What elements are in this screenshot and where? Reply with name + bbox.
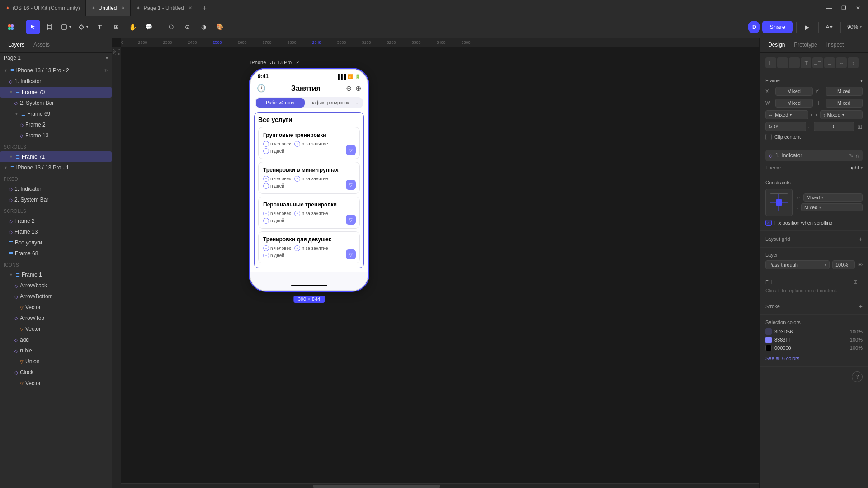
move-tool[interactable] (26, 20, 40, 34)
comment-tool[interactable]: 💬 (142, 20, 156, 34)
new-tab-button[interactable]: + (198, 4, 211, 12)
service-card-3[interactable]: Тренировки для девушек + n человек + n з… (258, 231, 360, 263)
tab-schedule[interactable]: График тренировок (305, 98, 354, 108)
layers-tab[interactable]: Layers (4, 38, 29, 52)
h-value2[interactable]: ↕ Mixed ▾ (820, 110, 863, 119)
h-value[interactable]: Mixed (826, 99, 863, 108)
layer-indicator1[interactable]: ◇ 1. Indicator (0, 76, 112, 87)
layer-frame70[interactable]: ▼ ☰ Frame 70 (0, 87, 112, 98)
align-center-v[interactable]: ⊥⊤ (812, 57, 823, 68)
layer-vector3[interactable]: ▽ Vector (0, 378, 112, 389)
zoom-button[interactable]: 90% ▾ (844, 20, 864, 34)
component-tool[interactable]: ⊞ (109, 20, 123, 34)
layer-indicator2[interactable]: ◇ 1. Indicator (0, 183, 112, 194)
h-constraint-value[interactable]: Mixed ▾ (803, 193, 863, 202)
shape-tool[interactable]: ▾ (58, 20, 74, 34)
distribute-v[interactable]: ↕ (848, 57, 859, 68)
fill-tool[interactable]: 🎨 (212, 20, 227, 34)
fix-scroll-checkbox[interactable]: ✓ (765, 220, 772, 226)
align-left[interactable]: ⊢ (765, 57, 776, 68)
layer-arrowbottom[interactable]: ◇ Arrow/Bottom (0, 291, 112, 302)
service-card-2[interactable]: Персональные тренировки + n человек + n … (258, 197, 360, 229)
layer-vseuslug[interactable]: ☰ Все услуги (0, 237, 112, 248)
service-card-0[interactable]: Групповые тренировки + n человек + n за … (258, 127, 360, 159)
mask-tool[interactable]: ⬡ (164, 20, 178, 34)
layer-systembar1[interactable]: ◇ 2. System Bar (0, 194, 112, 205)
color-swatch-0[interactable] (765, 328, 772, 335)
service-card-1[interactable]: Тренировки в мини-группах + n человек + … (258, 162, 360, 194)
distribute-h[interactable]: ↔ (836, 57, 847, 68)
fill-grid-icon[interactable]: ⊞ (853, 279, 858, 285)
corner-radius-value[interactable]: 0 (814, 122, 854, 131)
align-bottom[interactable]: ⊥ (824, 57, 835, 68)
visibility-icon[interactable]: 👁 (104, 68, 108, 73)
layer-arrowtop[interactable]: ◇ Arrow/Top (0, 313, 112, 324)
card-arrow-0[interactable]: ▽ (346, 145, 356, 155)
detach-icon[interactable]: ⎌ (856, 153, 859, 158)
tab-0[interactable]: ✦ iOS 16 - UI Kit (Community) (0, 0, 86, 16)
layer-union[interactable]: ▽ Union (0, 356, 112, 367)
window-restore[interactable]: ❐ (837, 2, 850, 14)
tab-design[interactable]: Design (764, 38, 789, 52)
hand-tool[interactable]: ✋ (125, 20, 140, 34)
assets-tab[interactable]: Assets (29, 38, 54, 52)
y-value[interactable]: Mixed (826, 87, 863, 96)
card-arrow-3[interactable]: ▽ (346, 249, 356, 259)
layer-add[interactable]: ◇ add (0, 334, 112, 345)
edit-icon[interactable]: ✎ (849, 153, 853, 159)
dark-mode-tool[interactable]: ◑ (196, 20, 211, 34)
blend-mode-dropdown[interactable]: Pass through ▾ (765, 260, 830, 269)
opacity-value[interactable]: 100% (832, 260, 855, 269)
layer-frame71[interactable]: ▼ ☰ Frame 71 (0, 151, 112, 162)
v-constraint-value[interactable]: Mixed ▾ (801, 203, 863, 211)
align-top[interactable]: ⊤ (801, 57, 811, 68)
layer-frame68[interactable]: ☰ Frame 68 (0, 248, 112, 259)
theme-dropdown[interactable]: Light ▾ (848, 165, 863, 170)
card-arrow-1[interactable]: ▽ (346, 180, 356, 190)
fill-add-icon[interactable]: + (859, 279, 863, 285)
h-scrollbar[interactable] (121, 483, 760, 488)
play-button[interactable]: ▶ (800, 20, 815, 34)
tab-prototype[interactable]: Prototype (789, 38, 821, 52)
share-button[interactable]: Share (762, 21, 793, 33)
layer-iphone2[interactable]: ▼ ☰ iPhone 13 / 13 Pro - 2 👁 (0, 65, 112, 76)
w-value[interactable]: Mixed (775, 99, 813, 108)
tab-selector[interactable]: Рабочий стол График тренировок … (255, 97, 363, 108)
layer-frame2b[interactable]: ◇ Frame 2 (0, 216, 112, 226)
window-minimize[interactable]: — (823, 2, 835, 14)
canvas-area[interactable]: 2100 2200 2300 2400 2500 2600 2700 2800 … (112, 38, 760, 488)
tab-2[interactable]: ✦ Page 1 - Untitled ✕ (131, 0, 198, 16)
tab-1-close[interactable]: ✕ (121, 5, 125, 10)
layer-frame69[interactable]: ▼ ☰ Frame 69 (0, 108, 112, 119)
card-arrow-2[interactable]: ▽ (346, 215, 356, 225)
tab-2-close[interactable]: ✕ (189, 5, 192, 10)
layer-frame2a[interactable]: ◇ Frame 2 (0, 119, 112, 130)
clip-checkbox[interactable] (765, 134, 772, 140)
tab-1[interactable]: ✦ Untitled ✕ (86, 0, 131, 16)
add-layout-grid[interactable]: + (859, 235, 863, 243)
layer-frame13b[interactable]: ◇ Frame 13 (0, 226, 112, 237)
layer-arrowback[interactable]: ◇ Arrow/back (0, 280, 112, 291)
tab-ellipsis[interactable]: … (353, 98, 362, 108)
x-value[interactable]: Mixed (775, 87, 813, 96)
color-swatch-1[interactable] (765, 337, 772, 343)
color-swatch-2[interactable] (765, 345, 772, 351)
layer-vector1[interactable]: ▽ Vector (0, 302, 112, 313)
corner-value[interactable]: ↔ Mixed ▾ (765, 110, 808, 119)
boolean-tool[interactable]: ⊙ (180, 20, 194, 34)
align-center-h[interactable]: ⊣⊢ (777, 57, 788, 68)
tab-workdesk[interactable]: Рабочий стол (256, 98, 305, 108)
phone-mockup-container[interactable]: 9:41 ▐▐▐ 📶 🔋 🕐 Занятия (250, 69, 368, 293)
eye-toggle[interactable]: 👁 (858, 262, 863, 267)
frame-dropdown-icon[interactable]: ▾ (860, 78, 863, 83)
help-button[interactable]: ? (852, 371, 863, 382)
layer-systembar2[interactable]: ◇ 2. System Bar (0, 98, 112, 108)
pen-tool[interactable]: ▾ (75, 20, 91, 34)
text-tool[interactable]: T (93, 20, 107, 34)
layer-frame13a[interactable]: ◇ Frame 13 (0, 130, 112, 141)
expand-button[interactable]: ⊞ (857, 123, 863, 130)
rotation-value[interactable]: ↻ 0° (765, 122, 806, 131)
window-close[interactable]: ✕ (852, 2, 864, 14)
layer-clock[interactable]: ◇ Clock (0, 367, 112, 378)
layer-ruble[interactable]: ◇ ruble (0, 345, 112, 356)
